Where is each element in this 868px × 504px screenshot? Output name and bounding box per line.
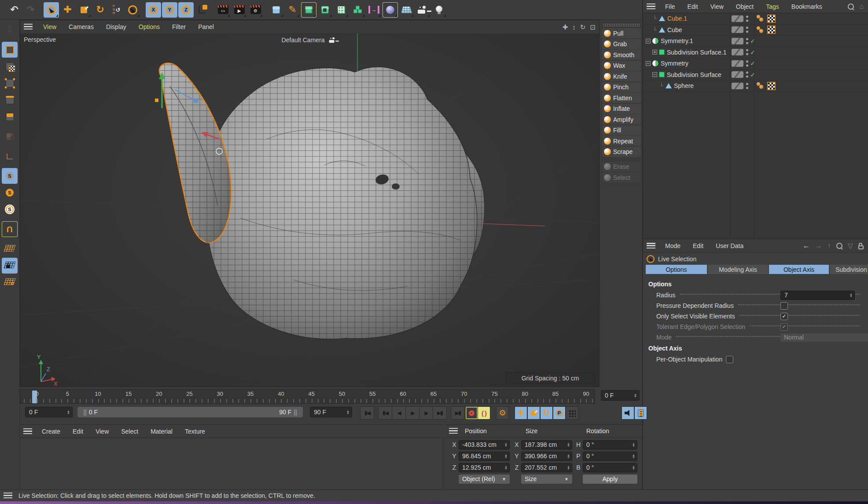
go-to-next-frame-button[interactable]: ▶ <box>419 406 433 420</box>
extrude-generator-button[interactable] <box>317 2 333 18</box>
z-axis-lock-button[interactable]: Z <box>178 2 194 18</box>
play-forwards-button[interactable]: ▶ <box>406 406 419 420</box>
object-row-symmetry[interactable]: −Symmetry✓ <box>643 58 868 69</box>
material-menu-icon[interactable] <box>23 428 32 435</box>
coord-dropdown[interactable]: Size▼ <box>521 475 572 484</box>
stepper-icon[interactable]: ▲▼ <box>632 442 635 447</box>
light-object-button[interactable] <box>431 2 447 18</box>
psr-reset-button[interactable]: PSR↺ <box>109 2 124 18</box>
autokeying-button[interactable]: ( ) <box>478 406 490 420</box>
point-mode-button[interactable] <box>2 75 18 91</box>
volume-builder-button[interactable] <box>350 2 365 18</box>
expand-toggle[interactable]: − <box>646 39 651 44</box>
current-frame-field[interactable]: 0 F ▲▼ <box>601 390 640 401</box>
visibility-dots[interactable] <box>746 83 748 89</box>
material-menu-material[interactable]: Material <box>144 428 179 435</box>
layer-toggle[interactable] <box>732 38 743 44</box>
expand-toggle[interactable]: + <box>652 50 657 55</box>
record-keyframes-button[interactable] <box>465 406 478 420</box>
layer-toggle[interactable] <box>732 60 743 67</box>
tab-options[interactable]: Options <box>646 265 707 274</box>
object-menu-file[interactable]: File <box>659 3 681 10</box>
attribute-menu-icon[interactable] <box>647 243 655 249</box>
render-to-picture-viewer-button[interactable]: ▶ <box>232 2 247 18</box>
layer-toggle[interactable] <box>732 15 743 22</box>
scale-tool-button[interactable] <box>76 2 92 18</box>
go-to-previous-key-button[interactable]: ▮◀ <box>378 406 392 420</box>
viewport-canvas[interactable]: Y Z X Perspective Default Camera Grid Sp… <box>20 33 599 387</box>
coord-field[interactable]: 207.552 cm▲▼ <box>521 463 572 472</box>
layer-toggle[interactable] <box>732 83 743 89</box>
tab-subdivision-surface[interactable]: Subdivision Surface <box>830 265 868 274</box>
coord-field[interactable]: 0 °▲▼ <box>583 463 637 472</box>
stepper-icon[interactable]: ▲▼ <box>504 442 508 447</box>
visibility-dots[interactable] <box>746 38 748 44</box>
visibility-dots[interactable] <box>746 60 748 67</box>
go-to-next-key-button[interactable]: ▶▮ <box>433 406 447 420</box>
maximize-view-icon[interactable]: ⊡ <box>590 24 596 30</box>
coord-field[interactable]: 12.925 cm▲▼ <box>459 463 510 472</box>
uv-mode-button[interactable] <box>2 128 18 144</box>
coord-field[interactable]: 96.845 cm▲▼ <box>459 452 510 461</box>
visibility-dots[interactable] <box>746 71 748 78</box>
go-to-end-button[interactable]: ▶▮ <box>451 406 465 420</box>
simulate-button[interactable]: → <box>366 2 382 18</box>
workplane-button[interactable] <box>2 241 18 257</box>
camera-label[interactable]: Default Camera <box>281 36 338 44</box>
viewport-menu-icon[interactable] <box>24 24 33 30</box>
keyframe-settings-button[interactable]: ⚙ <box>496 406 509 420</box>
back-icon[interactable]: ← <box>803 242 810 249</box>
render-settings-button[interactable]: ⚙ <box>248 2 263 18</box>
sculpt-tool-smooth[interactable]: Smooth <box>602 50 641 60</box>
up-icon[interactable]: ↑ <box>828 242 831 249</box>
stepper-icon[interactable]: ▲▼ <box>567 454 570 458</box>
add-spline-button[interactable]: ✎ <box>285 2 300 18</box>
sculpt-tool-flatten[interactable]: Flatten <box>602 93 641 103</box>
uvw-tag-icon[interactable] <box>767 26 776 34</box>
checkbox[interactable]: ✓ <box>780 313 788 320</box>
timeline-ruler[interactable]: 051015202530354045505560657075808590 <box>20 389 595 404</box>
deformer-button[interactable] <box>334 2 349 18</box>
model-mode-button[interactable] <box>2 42 18 58</box>
undo-button[interactable]: ↶ <box>7 2 22 18</box>
viewport-solo-off-button[interactable]: S <box>2 168 18 184</box>
live-selection-tool-button[interactable] <box>44 2 59 18</box>
lock-workplane-button[interactable] <box>2 258 18 274</box>
sculpt-tool-amplify[interactable]: Amplify <box>602 114 641 124</box>
layer-toggle[interactable] <box>732 71 743 78</box>
coord-field[interactable]: 0 °▲▼ <box>583 452 637 461</box>
sculpt-tool-pinch[interactable]: Pinch <box>602 82 641 92</box>
key-position-button[interactable]: ✚ <box>515 406 527 420</box>
go-to-start-button[interactable]: ▮◀ <box>360 406 374 420</box>
stepper-icon[interactable]: ▲▼ <box>567 465 570 470</box>
lock-icon[interactable] <box>858 245 864 249</box>
sculpt-tool-grab[interactable]: Grab <box>602 39 641 49</box>
enabled-check-icon[interactable]: ✓ <box>750 48 756 56</box>
home-icon[interactable]: ⌂ <box>859 3 864 10</box>
enabled-check-icon[interactable]: ✓ <box>750 59 756 67</box>
expand-toggle[interactable]: − <box>652 72 657 77</box>
go-to-previous-frame-button[interactable]: ◀ <box>392 406 406 420</box>
coord-field[interactable]: -403.833 cm▲▼ <box>459 440 510 449</box>
redo-button[interactable]: ↷ <box>23 2 38 18</box>
selection-tool-button[interactable] <box>125 2 140 18</box>
subdivision-surface-generator-button[interactable] <box>301 2 316 18</box>
range-start-handle[interactable]: || <box>83 409 87 416</box>
sculpt-tool-knife[interactable]: Knife <box>602 71 641 81</box>
attribute-menu-user-data[interactable]: User Data <box>710 242 750 249</box>
key-rotation-button[interactable]: ↻ <box>540 406 553 420</box>
y-axis-lock-button[interactable]: Y <box>162 2 177 18</box>
attribute-menu-edit[interactable]: Edit <box>687 242 710 249</box>
object-menu-edit[interactable]: Edit <box>681 3 704 10</box>
render-preview-button[interactable] <box>634 406 647 420</box>
rotate-tool-button[interactable]: ↻ <box>92 2 108 18</box>
polygon-mode-button[interactable] <box>2 109 18 124</box>
key-parameter-button[interactable]: P <box>553 406 566 420</box>
filter-icon[interactable]: ▽ <box>848 242 853 249</box>
sculpt-tool-fill[interactable]: Fill <box>602 125 641 135</box>
viewport-menu-panel[interactable]: Panel <box>192 23 220 30</box>
phong-tag-icon[interactable] <box>757 26 765 33</box>
object-menu-tags[interactable]: Tags <box>760 3 785 10</box>
viewport-menu-view[interactable]: View <box>37 23 63 30</box>
material-menu-select[interactable]: Select <box>115 428 144 435</box>
